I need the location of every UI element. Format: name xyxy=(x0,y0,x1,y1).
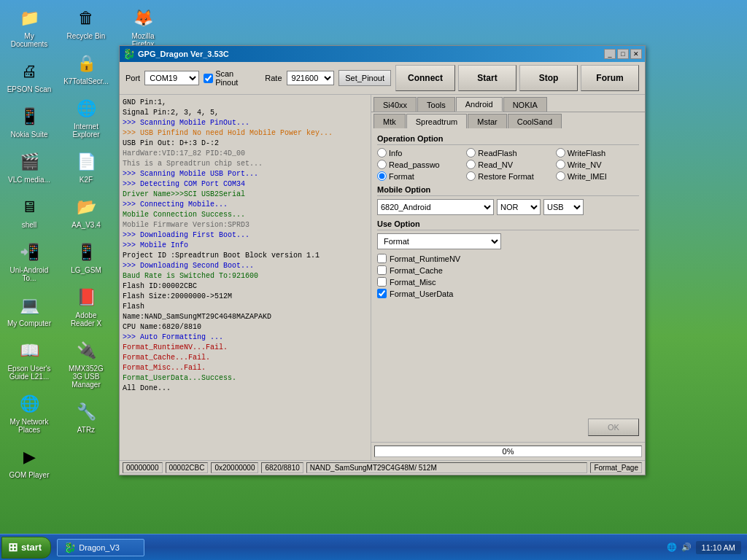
log-line: HardWare:VID:17_82 PID:4D_00 xyxy=(123,149,368,159)
log-content[interactable]: GND Pin:1,Signal Pin:2, 3, 4, 5,>>> Scan… xyxy=(120,95,371,460)
k2f-icon: 📄 xyxy=(74,150,98,174)
minimize-button[interactable]: _ xyxy=(604,49,616,59)
desktop-icon-my-computer[interactable]: 💻 My Computer xyxy=(4,291,55,330)
desktop-icon-gom-player[interactable]: ▶ GOM Player xyxy=(4,443,55,482)
radio-read-nv[interactable]: Read_NV xyxy=(466,160,549,169)
radio-restore-format[interactable]: Restore Format xyxy=(466,171,549,181)
start-button[interactable]: ⊞ start xyxy=(1,537,51,559)
tab-tools[interactable]: Tools xyxy=(417,97,455,112)
tab-mtk[interactable]: Mtk xyxy=(374,114,406,128)
log-line: Flash xyxy=(123,302,368,312)
log-line: Driver Name>>>SCI USB2Serial xyxy=(123,190,368,200)
epson-users-guide-icon: 📖 xyxy=(18,339,41,362)
ok-button[interactable]: OK xyxy=(588,419,639,436)
taskbar-dragon-item[interactable]: 🐉 Dragon_V3 xyxy=(57,539,144,556)
desktop-icon-vlc-media[interactable]: 🎬 VLC media... xyxy=(4,147,55,187)
taskbar: ⊞ start 🐉 Dragon_V3 🌐 🔊 11:10 AM xyxy=(0,534,747,560)
log-line: >>> Scanning Mobile PinOut... xyxy=(123,118,368,128)
vlc-media-icon: 🎬 xyxy=(18,150,41,174)
content-area: GND Pin:1,Signal Pin:2, 3, 4, 5,>>> Scan… xyxy=(120,95,645,460)
log-line: Mobile Firmware Version:SPRD3 xyxy=(123,220,368,230)
port-label: Port xyxy=(125,74,140,82)
radio-info[interactable]: Info xyxy=(377,148,460,158)
tab-spreadtrum[interactable]: Spreadtrum xyxy=(406,114,467,128)
tab-android[interactable]: Android xyxy=(456,97,503,112)
speaker-icon: 🔊 xyxy=(681,542,692,552)
lg-gsm-icon: 📱 xyxy=(74,241,98,264)
checkbox-format-runtimenv[interactable]: Format_RuntimeNV xyxy=(377,254,639,263)
tab-si40xx[interactable]: Si40xx xyxy=(374,97,417,112)
taskbar-right: 🌐 🔊 11:10 AM xyxy=(661,541,747,554)
radio-readflash[interactable]: ReadFlash xyxy=(466,148,549,158)
set-pinout-button[interactable]: Set_Pinout xyxy=(338,70,391,86)
log-line: Signal Pin:2, 3, 4, 5, xyxy=(123,108,368,118)
desktop-icon-epson-users-guide[interactable]: 📖 Epson User's Guide L21... xyxy=(4,336,55,384)
checkbox-format-misc[interactable]: Format_Misc xyxy=(377,277,639,287)
operation-option-label: Operation Option xyxy=(377,134,639,145)
desktop-icon-mmx352g-usb[interactable]: 🔌 MMX352G 3G USB Manager xyxy=(61,336,112,392)
nor-select[interactable]: NOR xyxy=(497,199,541,215)
desktop-icon-epson-scan[interactable]: 🖨 EPSON Scan xyxy=(4,57,55,96)
log-line: Project ID :Spreadtrun Boot Block versio… xyxy=(123,251,368,261)
desktop-icon-aa-v3[interactable]: 📂 AA_V3.4 xyxy=(61,192,112,232)
desktop-icon-nokia-suite[interactable]: 📱 Nokia Suite xyxy=(4,102,55,141)
radio-read-passwd[interactable]: Read_passwo xyxy=(377,160,460,169)
scan-pinout-check[interactable] xyxy=(204,74,213,83)
rate-select[interactable]: 921600 xyxy=(287,71,335,85)
log-line: >>> Scanning Mobile USB Port... xyxy=(123,169,368,179)
mobile-option-row: 6820_Android NOR USB xyxy=(377,199,639,215)
desktop-icon-k7-total-security[interactable]: 🔒 K7TotalSecr... xyxy=(61,49,112,88)
close-button[interactable]: ✕ xyxy=(630,49,642,59)
checkbox-format-cache[interactable]: Format_Cache xyxy=(377,265,639,275)
scan-pinout-checkbox[interactable]: Scan Pinout xyxy=(204,69,255,87)
log-line: This is a Spreadtrun chip set... xyxy=(123,159,368,169)
uni-android-icon: 📲 xyxy=(18,241,41,264)
usb-select[interactable]: USB xyxy=(543,199,584,215)
forum-button[interactable]: Forum xyxy=(581,65,639,91)
rate-label: Rate xyxy=(265,74,282,82)
desktop-icon-k2f[interactable]: 📄 K2F xyxy=(61,147,112,187)
log-line: Mobile Connection Success... xyxy=(123,210,368,220)
desktop: 📁 My Documents 🖨 EPSON Scan 📱 Nokia Suit… xyxy=(0,0,747,560)
desktop-icon-lg-gsm[interactable]: 📱 LG_GSM xyxy=(61,238,112,277)
desktop-icon-internet-explorer[interactable]: 🌐 Internet Explorer xyxy=(61,94,112,141)
desktop-icon-adobe-reader[interactable]: 📕 Adobe Reader X xyxy=(61,283,112,330)
log-line: Baud Rate is Switched To:921600 xyxy=(123,271,368,281)
nokia-suite-icon: 📱 xyxy=(18,105,41,128)
log-line: All Done... xyxy=(123,384,368,394)
radio-writeflash[interactable]: WriteFlash xyxy=(556,148,639,158)
radio-format[interactable]: Format xyxy=(377,171,460,181)
connect-button[interactable]: Connect xyxy=(395,65,455,91)
status-bar: 00000000 00002CBC 0x20000000 6820/8810 N… xyxy=(120,460,645,475)
shell-icon: 🖥 xyxy=(18,195,41,219)
desktop-icon-atrz[interactable]: 🔧 ATRz xyxy=(61,397,112,437)
desktop-icon-recycle-bin[interactable]: 🗑 Recycle Bin xyxy=(61,4,112,43)
desktop-icon-mozilla-firefox[interactable]: 🦊 Mozilla Firefox xyxy=(117,4,169,51)
start-button[interactable]: Start xyxy=(458,65,516,91)
restore-button[interactable]: □ xyxy=(617,49,629,59)
port-select[interactable]: COM19 xyxy=(144,71,199,85)
atrz-icon: 🔧 xyxy=(74,400,98,424)
mobile-model-select[interactable]: 6820_Android xyxy=(377,199,494,215)
desktop-icon-uni-android[interactable]: 📲 Uni-Android To... xyxy=(4,238,55,285)
log-line: Format_Cache...Fail. xyxy=(123,353,368,363)
tab-nokia[interactable]: NOKIA xyxy=(503,97,547,112)
use-option-row: Format xyxy=(377,233,639,249)
my-computer-icon: 💻 xyxy=(18,294,41,317)
desktop-icon-shell[interactable]: 🖥 shell xyxy=(4,192,55,232)
radio-write-imei[interactable]: Write_IMEI xyxy=(556,171,639,181)
tab-mstar[interactable]: Mstar xyxy=(468,114,507,128)
desktop-icon-network-places[interactable]: 🌐 My Network Places xyxy=(4,389,55,437)
use-option-select[interactable]: Format xyxy=(377,233,501,249)
progress-bar: 0% xyxy=(374,446,642,457)
checkboxes-group: Format_RuntimeNV Format_Cache Format_Mis… xyxy=(377,254,639,298)
right-panel: Si40xx Tools Android NOKIA Mtk Spreadtru… xyxy=(371,95,645,460)
log-line: Flash ID:00002CBC xyxy=(123,281,368,292)
status-cell-4: 6820/8810 xyxy=(261,462,303,473)
tab-coolsand[interactable]: CoolSand xyxy=(508,114,562,128)
log-line: >>> Detecting COM Port COM34 xyxy=(123,179,368,190)
checkbox-format-userdata[interactable]: Format_UserData xyxy=(377,289,639,298)
stop-button[interactable]: Stop xyxy=(519,65,578,91)
desktop-icon-my-documents[interactable]: 📁 My Documents xyxy=(4,4,55,51)
radio-write-nv[interactable]: Write_NV xyxy=(556,160,639,169)
